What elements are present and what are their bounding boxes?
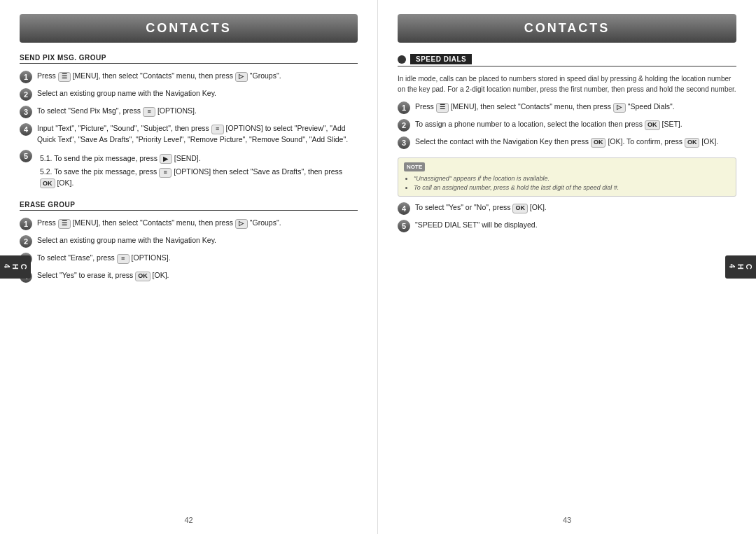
step-3: 3 To select "Send Pix Msg", press ≡ [OPT… xyxy=(20,106,358,118)
sd-step-3: 3 Select the contact with the Navigation… xyxy=(398,136,736,149)
menu-key2: ☰ xyxy=(58,219,71,229)
step-number-3: 3 xyxy=(20,106,32,118)
step-5: 5 5.1. To send the pix message, press ▶ … xyxy=(20,150,358,192)
note-icon: NOTE xyxy=(404,162,425,171)
menu-key: ☰ xyxy=(58,72,71,82)
menu-key3: ☰ xyxy=(436,103,449,113)
step-4: 4 Input "Text", "Picture", "Sound", "Sub… xyxy=(20,123,358,145)
step-number-5: 5 xyxy=(20,150,32,162)
step-number-1: 1 xyxy=(20,71,32,83)
ok-key3: OK xyxy=(591,138,606,148)
note-item-1: "Unassigned" appears if the location is … xyxy=(414,174,730,183)
left-page-title: CONTACTS xyxy=(20,21,358,36)
sd-step-number-5: 5 xyxy=(398,220,410,232)
erase-step-2: 2 Select an existing group name with the… xyxy=(20,235,358,248)
options-key: ≡ xyxy=(143,107,155,117)
speed-dials-divider xyxy=(398,66,736,66)
sd-step-content-1: Press ☰ [MENU], then select "Contacts" m… xyxy=(415,101,736,113)
speed-dials-header: SPEED DIALS xyxy=(398,54,736,64)
speed-dials-steps-cont: 4 To select "Yes" or "No", press OK [OK]… xyxy=(398,202,736,232)
step-content-5: 5.1. To send the pix message, press ▶ [S… xyxy=(37,150,358,192)
sd-step-4: 4 To select "Yes" or "No", press OK [OK]… xyxy=(398,202,736,215)
right-side-tab: CH4 xyxy=(725,255,756,279)
step-number-2: 2 xyxy=(20,88,32,101)
left-page-number: 42 xyxy=(184,516,192,524)
ok-key: OK xyxy=(40,178,55,188)
sd-step-content-3: Select the contact with the Navigation K… xyxy=(415,136,736,148)
sd-step-content-5: "SPEED DIAL SET" will be displayed. xyxy=(415,220,736,230)
erase-step-4: 4 Select "Yes" to erase it, press OK [OK… xyxy=(20,270,358,283)
step-number-4: 4 xyxy=(20,123,32,136)
erase-step-content-1: Press ☰ [MENU], then select "Contacts" m… xyxy=(37,218,358,229)
step-content-1: Press ☰ [MENU], then select "Contacts" m… xyxy=(37,71,358,82)
sub-step-1: 5.1. To send the pix message, press ▶ [S… xyxy=(37,153,358,164)
erase-step-content-3: To select "Erase", press ≡ [OPTIONS]. xyxy=(37,253,358,264)
step-content-3: To select "Send Pix Msg", press ≡ [OPTIO… xyxy=(37,106,358,117)
right-header-banner: CONTACTS xyxy=(398,14,736,43)
step-content-4: Input "Text", "Picture", "Sound", "Subje… xyxy=(37,123,358,145)
step-2: 2 Select an existing group name with the… xyxy=(20,88,358,101)
options-key2: ≡ xyxy=(211,125,224,134)
speed-dials-dot xyxy=(398,55,406,64)
sd-step-5: 5 "SPEED DIAL SET" will be displayed. xyxy=(398,220,736,232)
sd-step-content-4: To select "Yes" or "No", press OK [OK]. xyxy=(415,202,736,213)
speed-dials-intro: In idle mode, calls can be placed to num… xyxy=(398,73,736,94)
right-page: CONTACTS SPEED DIALS In idle mode, calls… xyxy=(378,0,756,534)
right-page-number: 43 xyxy=(563,516,571,524)
section-erase-heading: ERASE GROUP xyxy=(20,201,358,211)
section-send-pix-heading: SEND PIX MSG. GROUP xyxy=(20,54,358,64)
erase-step-content-4: Select "Yes" to erase it, press OK [OK]. xyxy=(37,270,358,281)
speed-dials-steps: 1 Press ☰ [MENU], then select "Contacts"… xyxy=(398,101,736,149)
right-page-title: CONTACTS xyxy=(398,21,736,36)
send-pix-steps: 1 Press ☰ [MENU], then select "Contacts"… xyxy=(20,71,358,191)
sub-step-2: 5.2. To save the pix message, press ≡ [O… xyxy=(37,167,358,188)
ok-key2: OK xyxy=(135,272,150,281)
groups-key2: ▷ xyxy=(235,219,248,229)
options-key4: ≡ xyxy=(117,254,130,264)
ok-key4: OK xyxy=(685,138,700,148)
ok-key5: OK xyxy=(512,204,528,213)
sd-step-2: 2 To assign a phone number to a location… xyxy=(398,119,736,132)
set-key: OK xyxy=(645,120,660,130)
groups-key: ▷ xyxy=(235,72,248,82)
erase-step-1: 1 Press ☰ [MENU], then select "Contacts"… xyxy=(20,218,358,230)
send-key: ▶ xyxy=(160,154,172,164)
note-item-2: To call an assigned number, press & hold… xyxy=(414,183,730,192)
left-side-tab: CH4 xyxy=(0,255,31,279)
erase-step-number-1: 1 xyxy=(20,218,32,230)
options-key3: ≡ xyxy=(159,168,172,178)
sd-step-number-4: 4 xyxy=(398,202,410,215)
note-list: "Unassigned" appears if the location is … xyxy=(404,174,730,192)
note-header: NOTE xyxy=(404,162,730,171)
note-box: NOTE "Unassigned" appears if the locatio… xyxy=(398,157,736,197)
speed-dials-label: SPEED DIALS xyxy=(410,54,472,64)
speed-key: ▷ xyxy=(613,103,626,113)
left-header-banner: CONTACTS xyxy=(20,14,358,43)
erase-step-number-2: 2 xyxy=(20,235,32,248)
sub-steps: 5.1. To send the pix message, press ▶ [S… xyxy=(37,153,358,189)
sd-step-1: 1 Press ☰ [MENU], then select "Contacts"… xyxy=(398,101,736,114)
sd-step-content-2: To assign a phone number to a location, … xyxy=(415,119,736,130)
erase-step-content-2: Select an existing group name with the N… xyxy=(37,235,358,246)
step-1: 1 Press ☰ [MENU], then select "Contacts"… xyxy=(20,71,358,83)
sd-step-number-2: 2 xyxy=(398,119,410,132)
sd-step-number-1: 1 xyxy=(398,101,410,114)
erase-steps: 1 Press ☰ [MENU], then select "Contacts"… xyxy=(20,218,358,283)
erase-step-3: 3 To select "Erase", press ≡ [OPTIONS]. xyxy=(20,253,358,265)
left-page: CH4 CONTACTS SEND PIX MSG. GROUP 1 Press… xyxy=(0,0,378,534)
sd-step-number-3: 3 xyxy=(398,136,410,149)
step-content-2: Select an existing group name with the N… xyxy=(37,88,358,99)
